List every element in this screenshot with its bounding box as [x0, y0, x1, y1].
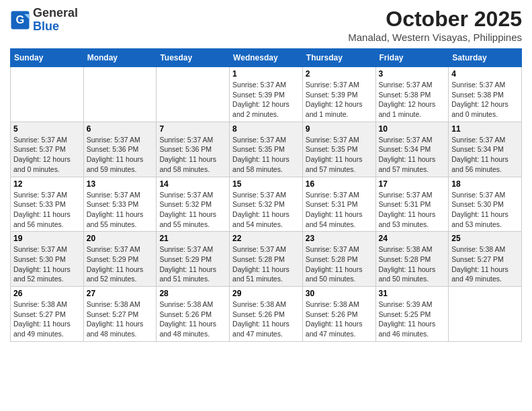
day-cell-2: 2Sunrise: 5:37 AM Sunset: 5:39 PM Daylig… [302, 67, 375, 122]
day-cell-6: 6Sunrise: 5:37 AM Sunset: 5:36 PM Daylig… [83, 122, 157, 177]
week-row-5: 26Sunrise: 5:38 AM Sunset: 5:27 PM Dayli… [11, 287, 522, 342]
day-info: Sunrise: 5:37 AM Sunset: 5:30 PM Dayligh… [13, 244, 81, 284]
day-number: 8 [232, 124, 300, 134]
day-info: Sunrise: 5:37 AM Sunset: 5:38 PM Dayligh… [379, 80, 446, 120]
day-number: 26 [13, 289, 81, 298]
day-cell-4: 4Sunrise: 5:37 AM Sunset: 5:38 PM Daylig… [449, 67, 522, 122]
day-number: 9 [306, 124, 373, 134]
week-row-1: 1Sunrise: 5:37 AM Sunset: 5:39 PM Daylig… [11, 67, 522, 122]
day-header-friday: Friday [375, 49, 449, 67]
logo-general: General [33, 7, 78, 20]
day-info: Sunrise: 5:38 AM Sunset: 5:26 PM Dayligh… [159, 300, 226, 339]
day-number: 11 [451, 124, 519, 134]
day-header-thursday: Thursday [302, 49, 375, 67]
day-info: Sunrise: 5:37 AM Sunset: 5:35 PM Dayligh… [232, 135, 300, 175]
day-number: 5 [13, 124, 81, 134]
day-cell-11: 11Sunrise: 5:37 AM Sunset: 5:34 PM Dayli… [449, 122, 522, 177]
day-cell-5: 5Sunrise: 5:37 AM Sunset: 5:37 PM Daylig… [11, 122, 84, 177]
day-number: 24 [379, 234, 446, 243]
day-cell-27: 27Sunrise: 5:38 AM Sunset: 5:27 PM Dayli… [83, 287, 157, 342]
day-info: Sunrise: 5:38 AM Sunset: 5:27 PM Dayligh… [87, 300, 154, 339]
month-title: October 2025 [348, 7, 522, 32]
day-header-sunday: Sunday [11, 49, 84, 67]
day-number: 13 [87, 179, 154, 189]
day-info: Sunrise: 5:37 AM Sunset: 5:39 PM Dayligh… [232, 80, 300, 120]
day-info: Sunrise: 5:37 AM Sunset: 5:37 PM Dayligh… [13, 135, 81, 175]
day-number: 6 [87, 124, 154, 134]
day-cell-25: 25Sunrise: 5:38 AM Sunset: 5:27 PM Dayli… [449, 232, 522, 287]
day-number: 12 [13, 179, 81, 189]
day-number: 16 [306, 179, 373, 189]
day-info: Sunrise: 5:37 AM Sunset: 5:36 PM Dayligh… [87, 135, 154, 175]
header: G General Blue October 2025 Manalad, Wes… [10, 7, 522, 43]
day-number: 1 [232, 69, 300, 79]
day-info: Sunrise: 5:37 AM Sunset: 5:28 PM Dayligh… [306, 244, 373, 284]
day-number: 31 [379, 289, 446, 298]
day-cell-12: 12Sunrise: 5:37 AM Sunset: 5:33 PM Dayli… [11, 177, 84, 232]
day-info: Sunrise: 5:38 AM Sunset: 5:28 PM Dayligh… [379, 244, 446, 284]
day-info: Sunrise: 5:38 AM Sunset: 5:27 PM Dayligh… [13, 300, 81, 339]
day-info: Sunrise: 5:37 AM Sunset: 5:31 PM Dayligh… [379, 190, 446, 230]
day-cell-29: 29Sunrise: 5:38 AM Sunset: 5:26 PM Dayli… [230, 287, 303, 342]
calendar: SundayMondayTuesdayWednesdayThursdayFrid… [10, 48, 522, 342]
location: Manalad, Western Visayas, Philippines [348, 32, 522, 43]
week-row-2: 5Sunrise: 5:37 AM Sunset: 5:37 PM Daylig… [11, 122, 522, 177]
day-number: 20 [87, 234, 154, 243]
day-number: 2 [306, 69, 373, 79]
day-info: Sunrise: 5:37 AM Sunset: 5:28 PM Dayligh… [232, 244, 300, 284]
day-cell-31: 31Sunrise: 5:39 AM Sunset: 5:25 PM Dayli… [375, 287, 449, 342]
day-cell-8: 8Sunrise: 5:37 AM Sunset: 5:35 PM Daylig… [230, 122, 303, 177]
day-header-saturday: Saturday [449, 49, 522, 67]
day-number: 30 [306, 289, 373, 298]
day-number: 21 [159, 234, 226, 243]
day-info: Sunrise: 5:38 AM Sunset: 5:26 PM Dayligh… [306, 300, 373, 339]
day-number: 27 [87, 289, 154, 298]
day-number: 18 [451, 179, 519, 189]
day-info: Sunrise: 5:37 AM Sunset: 5:34 PM Dayligh… [379, 135, 446, 175]
day-number: 4 [451, 69, 519, 79]
empty-cell [11, 67, 84, 122]
day-info: Sunrise: 5:39 AM Sunset: 5:25 PM Dayligh… [379, 300, 446, 339]
day-info: Sunrise: 5:38 AM Sunset: 5:26 PM Dayligh… [232, 300, 300, 339]
day-number: 10 [379, 124, 446, 134]
title-section: October 2025 Manalad, Western Visayas, P… [348, 7, 522, 43]
svg-text:G: G [16, 13, 25, 25]
day-cell-15: 15Sunrise: 5:37 AM Sunset: 5:32 PM Dayli… [230, 177, 303, 232]
day-cell-9: 9Sunrise: 5:37 AM Sunset: 5:35 PM Daylig… [302, 122, 375, 177]
logo: G General Blue [10, 7, 78, 34]
day-info: Sunrise: 5:37 AM Sunset: 5:34 PM Dayligh… [451, 135, 519, 175]
day-info: Sunrise: 5:37 AM Sunset: 5:31 PM Dayligh… [306, 190, 373, 230]
day-number: 3 [379, 69, 446, 79]
empty-cell [83, 67, 157, 122]
day-cell-17: 17Sunrise: 5:37 AM Sunset: 5:31 PM Dayli… [375, 177, 449, 232]
day-cell-14: 14Sunrise: 5:37 AM Sunset: 5:32 PM Dayli… [157, 177, 230, 232]
day-info: Sunrise: 5:37 AM Sunset: 5:30 PM Dayligh… [451, 190, 519, 230]
week-row-4: 19Sunrise: 5:37 AM Sunset: 5:30 PM Dayli… [11, 232, 522, 287]
day-cell-19: 19Sunrise: 5:37 AM Sunset: 5:30 PM Dayli… [11, 232, 84, 287]
day-cell-1: 1Sunrise: 5:37 AM Sunset: 5:39 PM Daylig… [230, 67, 303, 122]
day-header-tuesday: Tuesday [157, 49, 230, 67]
empty-cell [449, 287, 522, 342]
day-info: Sunrise: 5:37 AM Sunset: 5:35 PM Dayligh… [306, 135, 373, 175]
day-cell-26: 26Sunrise: 5:38 AM Sunset: 5:27 PM Dayli… [11, 287, 84, 342]
day-info: Sunrise: 5:37 AM Sunset: 5:29 PM Dayligh… [87, 244, 154, 284]
day-number: 19 [13, 234, 81, 243]
week-row-3: 12Sunrise: 5:37 AM Sunset: 5:33 PM Dayli… [11, 177, 522, 232]
day-info: Sunrise: 5:37 AM Sunset: 5:39 PM Dayligh… [306, 80, 373, 120]
day-info: Sunrise: 5:37 AM Sunset: 5:33 PM Dayligh… [87, 190, 154, 230]
logo-blue: Blue [33, 20, 78, 34]
days-header-row: SundayMondayTuesdayWednesdayThursdayFrid… [11, 49, 522, 67]
logo-icon: G [10, 10, 30, 30]
day-cell-20: 20Sunrise: 5:37 AM Sunset: 5:29 PM Dayli… [83, 232, 157, 287]
logo-text: General Blue [33, 7, 78, 34]
day-info: Sunrise: 5:37 AM Sunset: 5:36 PM Dayligh… [159, 135, 226, 175]
day-cell-30: 30Sunrise: 5:38 AM Sunset: 5:26 PM Dayli… [302, 287, 375, 342]
day-number: 28 [159, 289, 226, 298]
day-info: Sunrise: 5:37 AM Sunset: 5:29 PM Dayligh… [159, 244, 226, 284]
day-info: Sunrise: 5:38 AM Sunset: 5:27 PM Dayligh… [451, 244, 519, 284]
day-cell-18: 18Sunrise: 5:37 AM Sunset: 5:30 PM Dayli… [449, 177, 522, 232]
day-number: 17 [379, 179, 446, 189]
day-cell-3: 3Sunrise: 5:37 AM Sunset: 5:38 PM Daylig… [375, 67, 449, 122]
day-number: 7 [159, 124, 226, 134]
page-container: G General Blue October 2025 Manalad, Wes… [0, 0, 532, 349]
